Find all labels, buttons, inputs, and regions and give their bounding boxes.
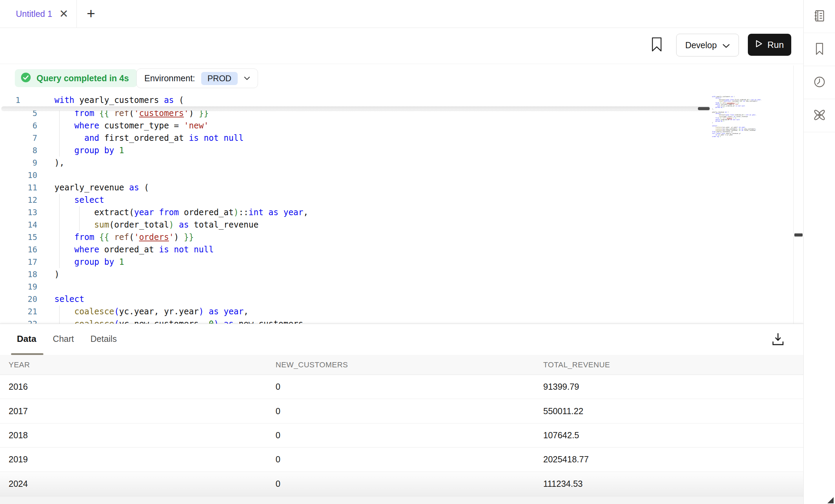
environment-label: Environment: — [144, 73, 195, 83]
resize-handle[interactable] — [827, 497, 834, 504]
line-number: 10 — [0, 169, 37, 181]
table-row: 2016091399.79 — [0, 375, 803, 399]
sidebar-item-lineage[interactable] — [804, 99, 835, 132]
code-text: and first_ordered_at is not null — [54, 132, 244, 144]
line-number: 21 — [0, 305, 37, 318]
table-cell: 0 — [276, 430, 543, 440]
code-line: 11yearly_revenue as ( — [0, 181, 793, 194]
table-cell: 0 — [276, 479, 543, 489]
code-editor[interactable]: 1with yearly_customers as (5 from {{ ref… — [0, 91, 793, 324]
code-line: 8 group by 1 — [0, 144, 793, 157]
environment-value-chip: PROD — [201, 72, 237, 85]
results-scrollbar-track[interactable] — [0, 496, 803, 504]
toolbar: Develop Run — [0, 28, 803, 64]
line-number: 9 — [0, 157, 37, 169]
code-line: 6 where customer_type = 'new' — [0, 119, 793, 132]
code-text: group by 1 — [54, 256, 124, 268]
column-header: YEAR — [9, 360, 276, 369]
line-number: 20 — [0, 293, 37, 305]
bookmark-icon — [814, 42, 825, 57]
line-number: 11 — [0, 181, 37, 194]
results-tab-data[interactable]: Data — [17, 334, 36, 344]
line-number: 6 — [0, 119, 37, 132]
table-cell: 111234.53 — [543, 479, 803, 489]
code-text: ) — [54, 268, 59, 281]
code-line: 17 group by 1 — [0, 256, 793, 268]
results-panel: DataChartDetails YEARNEW_CUSTOMERSTOTAL_… — [0, 324, 803, 504]
code-line: 9), — [0, 157, 793, 169]
right-sidebar — [803, 0, 835, 504]
clock-icon — [813, 75, 826, 90]
table-row: 20170550011.22 — [0, 399, 803, 423]
tab-label: Untitled 1 — [16, 9, 52, 19]
download-icon — [772, 332, 784, 347]
code-line: 13 extract(year from ordered_at)::int as… — [0, 206, 793, 219]
table-body: 2016091399.7920170550011.2220180107642.5… — [0, 375, 803, 496]
sidebar-item-notebook[interactable] — [804, 0, 835, 33]
line-number: 15 — [0, 231, 37, 243]
code-line: 15 from {{ ref('orders') }} — [0, 231, 793, 243]
code-text: ), — [54, 157, 64, 169]
sidebar-item-history[interactable] — [804, 66, 835, 99]
line-number: 14 — [0, 219, 37, 231]
table-cell: 2017 — [9, 406, 276, 416]
line-number: 17 — [0, 256, 37, 268]
table-header-row: YEARNEW_CUSTOMERSTOTAL_REVENUE — [0, 355, 803, 375]
code-line: 19 — [0, 281, 793, 293]
code-text: select — [54, 293, 84, 305]
tab-untitled-1[interactable]: Untitled 1 ✕ — [0, 0, 77, 28]
tab-bar: Untitled 1 ✕ + — [0, 0, 803, 28]
table-row: 201902025418.77 — [0, 448, 803, 472]
sidebar-item-bookmarks[interactable] — [804, 33, 835, 66]
code-line: 10 — [0, 169, 793, 181]
line-number: 12 — [0, 194, 37, 206]
line-number: 13 — [0, 206, 37, 219]
table-cell: 2018 — [9, 430, 276, 440]
code-line: 16 where ordered_at is not null — [0, 243, 793, 256]
line-number: 7 — [0, 132, 37, 144]
table-cell: 0 — [276, 382, 543, 392]
download-button[interactable] — [769, 330, 787, 349]
line-number: 16 — [0, 243, 37, 256]
tab-divider — [76, 0, 77, 28]
query-status-badge: Query completed in 4s — [15, 69, 137, 87]
develop-button[interactable]: Develop — [676, 34, 739, 56]
column-header: TOTAL_REVENUE — [543, 360, 803, 369]
code-line: 20select — [0, 293, 793, 305]
play-icon — [755, 40, 763, 50]
code-text: yearly_revenue as ( — [54, 181, 149, 194]
results-tab-details[interactable]: Details — [91, 334, 117, 344]
chevron-down-icon — [244, 75, 250, 82]
table-cell: 0 — [276, 406, 543, 416]
query-status-text: Query completed in 4s — [37, 73, 129, 83]
line-number: 8 — [0, 144, 37, 157]
table-cell: 2016 — [9, 382, 276, 392]
editor-right-border — [793, 65, 794, 324]
code-line: 7 and first_ordered_at is not null — [0, 132, 793, 144]
environment-selector[interactable]: Environment: PROD — [136, 69, 258, 88]
code-text: group by 1 — [54, 144, 124, 157]
code-text: where ordered_at is not null — [54, 243, 214, 256]
results-tab-bar: DataChartDetails — [17, 334, 117, 344]
code-text: where customer_type = 'new' — [54, 119, 209, 132]
code-text: sum(order_total) as total_revenue — [54, 219, 258, 231]
lineage-compass-icon — [813, 108, 826, 123]
table-cell: 91399.79 — [543, 382, 803, 392]
line-number: 1 — [0, 94, 53, 106]
floating-scrollbar-thumb[interactable] — [698, 107, 710, 110]
code-text: coalesce(yc.new_customers, 0) as new_cus… — [54, 318, 308, 324]
line-number: 22 — [0, 318, 37, 324]
line-number: 18 — [0, 268, 37, 281]
new-tab-button[interactable]: + — [79, 0, 103, 28]
code-line: 18) — [0, 268, 793, 281]
table-cell: 550011.22 — [543, 406, 803, 416]
close-icon[interactable]: ✕ — [59, 8, 69, 19]
table-cell: 0 — [276, 454, 543, 464]
floating-scrollbar-track[interactable] — [1, 106, 710, 111]
code-line: 22 coalesce(yc.new_customers, 0) as new_… — [0, 318, 793, 324]
vertical-scrollbar-thumb[interactable] — [794, 233, 803, 237]
results-tab-chart[interactable]: Chart — [53, 334, 74, 344]
check-circle-icon — [20, 72, 31, 84]
bookmark-button[interactable] — [650, 34, 663, 56]
run-button[interactable]: Run — [748, 34, 791, 56]
